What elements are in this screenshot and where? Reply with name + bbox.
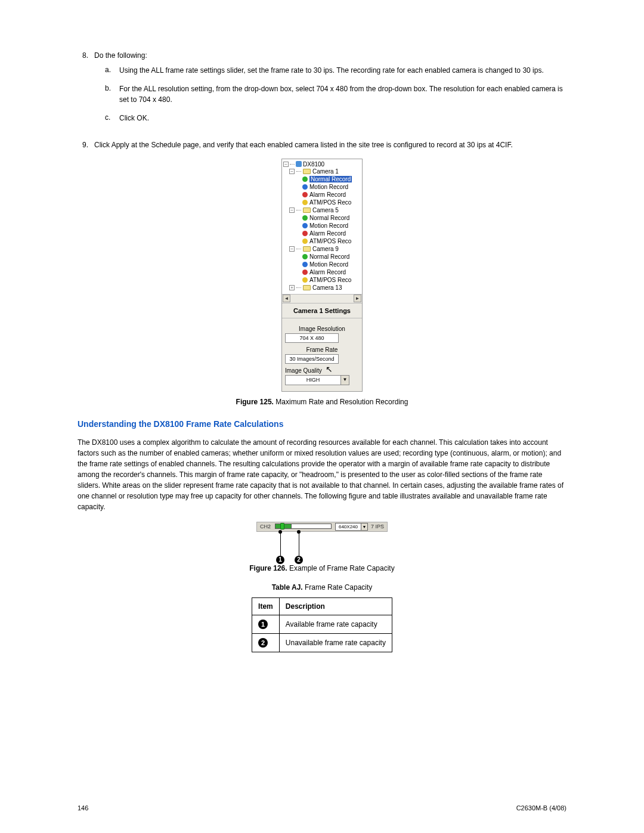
figure-126: CH2 640X240 ▼ 7 IPS 1 2 [78,522,566,558]
chevron-down-icon[interactable]: ▼ [361,524,367,530]
cursor-icon: ↖ [326,366,333,372]
record-dot-icon [302,262,308,267]
record-dot-icon [302,192,308,197]
record-label: Motion Record [309,184,348,190]
camera-icon [303,246,311,252]
body-paragraph: The DX8100 uses a complex algorithm to c… [78,437,566,512]
substep-letter: b. [105,84,119,105]
description-cell: Available frame rate capacity [279,615,392,633]
tree-record-item[interactable]: ATM/POS Reco [302,199,362,206]
record-dot-icon [302,254,308,259]
record-label: Normal Record [309,176,352,182]
tree-record-item[interactable]: Alarm Record [302,191,362,199]
table-row: 2 Unavailable frame rate capacity [252,633,392,652]
image-resolution-field[interactable]: 704 X 480 [285,333,339,343]
record-dot-icon [302,176,308,182]
record-label: ATM/POS Reco [309,199,351,206]
tree-record-item[interactable]: ATM/POS Reco [302,276,362,284]
tree-record-item[interactable]: Normal Record [302,175,362,183]
callout-line [299,532,299,556]
record-dot-icon [302,223,308,228]
camera-label: Camera 9 [312,246,339,252]
record-label: ATM/POS Reco [309,277,351,283]
frame-rate-slider[interactable] [275,524,332,529]
record-dot-icon [302,270,308,275]
section-heading: Understanding the DX8100 Frame Rate Calc… [78,419,566,429]
chevron-down-icon[interactable]: ▼ [340,376,349,385]
ips-label: 7 IPS [368,524,387,529]
figure-125: − DX8100 − Camera 1 Normal Record Motion… [78,159,566,392]
image-quality-label: Image Quality [285,367,322,374]
tree-record-item[interactable]: Motion Record [302,222,362,230]
camera-label: Camera 5 [312,207,339,213]
record-label: Normal Record [309,253,349,260]
record-label: Alarm Record [309,230,346,237]
record-dot-icon [302,231,308,236]
scroll-left-icon[interactable]: ◄ [283,295,290,302]
figure-125-caption: Figure 125. Maximum Rate and Resolution … [78,398,566,406]
tree-camera-item[interactable]: − Camera 9 [289,245,362,253]
horizontal-scrollbar[interactable]: ◄ ► [282,294,362,303]
table-row: 1 Available frame rate capacity [252,615,392,633]
tree-record-item[interactable]: Motion Record [302,183,362,191]
image-quality-dropdown[interactable]: HIGH ▼ [285,375,349,385]
figure-126-caption: Figure 126. Example of Frame Rate Capaci… [78,564,566,572]
camera-label: Camera 1 [312,168,339,175]
tree-record-item[interactable]: ATM/POS Reco [302,237,362,245]
col-description: Description [279,597,392,615]
channel-label: CH2 [257,524,274,529]
resolution-value: 640X240 [336,524,361,529]
settings-title: Camera 1 Settings [282,303,362,318]
frame-rate-slider-bar: CH2 640X240 ▼ 7 IPS [256,522,388,532]
tree-camera-item[interactable]: − Camera 5 [289,206,362,214]
resolution-dropdown[interactable]: 640X240 ▼ [335,523,368,531]
record-label: Motion Record [309,261,348,268]
camera-label: Camera 13 [312,284,342,291]
doc-id: C2630M-B (4/08) [516,804,566,812]
page-footer: 146 C2630M-B (4/08) [78,804,566,812]
substep-text: Click OK. [119,113,566,123]
table-header-row: Item Description [252,597,392,615]
plus-icon[interactable]: + [289,285,295,290]
image-quality-value: HIGH [286,376,340,384]
camera-icon [303,169,311,174]
sub-steps: a. Using the ALL frame rate settings sli… [105,66,566,124]
callout-number: 2 [295,556,303,564]
unavailable-capacity [292,524,332,529]
tree-record-item[interactable]: Alarm Record [302,268,362,276]
site-tree-panel: − DX8100 − Camera 1 Normal Record Motion… [281,159,363,392]
tree-camera-item[interactable]: − Camera 1 [289,168,362,175]
substep-letter: c. [105,113,119,123]
image-resolution-label: Image Resolution [285,326,359,332]
tree-record-item[interactable]: Motion Record [302,261,362,268]
table-aj-caption: Table AJ. Frame Rate Capacity [78,583,566,592]
scroll-right-icon[interactable]: ► [354,295,361,302]
tree-camera-item[interactable]: + Camera 13 [289,284,362,292]
tree-record-item[interactable]: Alarm Record [302,230,362,237]
minus-icon[interactable]: − [289,208,295,213]
minus-icon[interactable]: − [289,169,295,174]
minus-icon[interactable]: − [283,162,289,167]
callout-line [280,532,281,556]
recorder-icon [296,161,302,167]
record-label: Alarm Record [309,269,346,275]
record-dot-icon [302,200,308,205]
tree-record-item[interactable]: Normal Record [302,214,362,222]
substep-text: Using the ALL frame rate settings slider… [119,66,566,76]
record-label: ATM/POS Reco [309,238,351,244]
camera-icon [303,208,311,213]
frame-rate-field[interactable]: 30 Images/Second [285,354,339,364]
step-text: Click Apply at the Schedule page, and ve… [94,141,566,149]
minus-icon[interactable]: − [289,246,295,252]
tree-record-item[interactable]: Normal Record [302,253,362,261]
site-tree[interactable]: − DX8100 − Camera 1 Normal Record Motion… [282,159,362,294]
record-label: Alarm Record [309,191,346,198]
slider-handle[interactable] [280,523,284,529]
tree-root[interactable]: − DX8100 [283,161,362,168]
root-label: DX8100 [303,161,324,168]
record-label: Normal Record [309,215,349,221]
record-dot-icon [302,277,308,283]
frame-rate-label: Frame Rate [285,346,359,353]
camera-icon [303,285,311,290]
record-dot-icon [302,215,308,221]
